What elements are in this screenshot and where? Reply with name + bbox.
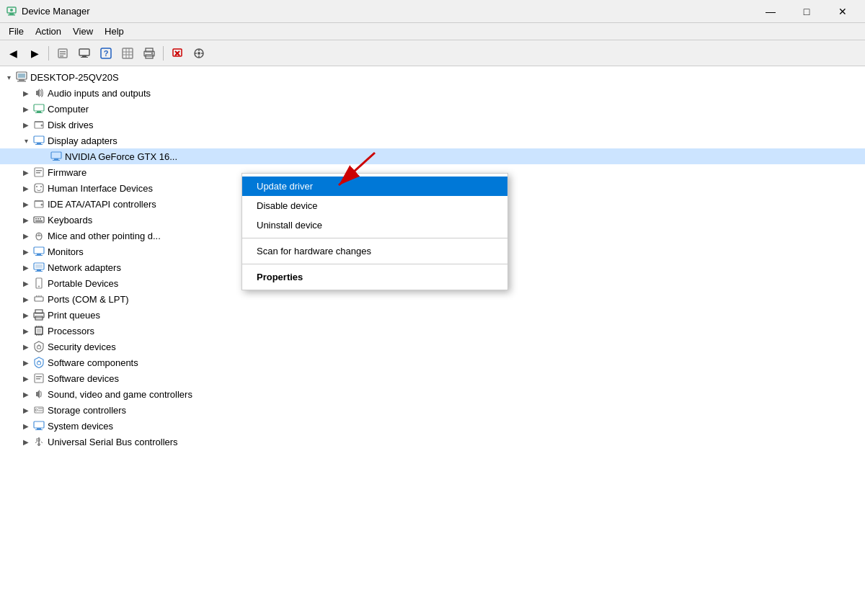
svg-rect-45 bbox=[54, 159, 58, 160]
list-item[interactable]: ▶ Processors bbox=[0, 323, 865, 339]
close-button[interactable]: ✕ bbox=[826, 0, 859, 23]
toolbar-print[interactable] bbox=[139, 43, 159, 63]
context-menu-uninstall[interactable]: Uninstall device bbox=[242, 215, 507, 235]
icon-monitor bbox=[33, 246, 45, 257]
list-item[interactable]: ▾ Display adapters bbox=[0, 133, 865, 148]
minimize-button[interactable]: — bbox=[754, 0, 787, 23]
svg-rect-57 bbox=[35, 218, 37, 220]
tree-root[interactable]: ▾ DESKTOP-25QV20S bbox=[0, 69, 865, 85]
context-menu-item-label: Properties bbox=[257, 272, 303, 282]
toolbar-display[interactable] bbox=[74, 43, 94, 63]
expand-icon[interactable]: ▶ bbox=[20, 262, 32, 273]
context-menu-item-label: Disable device bbox=[257, 200, 318, 211]
tree-item-label: Print queues bbox=[48, 310, 100, 321]
expand-icon[interactable]: ▶ bbox=[20, 341, 32, 352]
toolbar-properties[interactable] bbox=[53, 43, 73, 63]
toolbar-back[interactable]: ◀ bbox=[3, 43, 23, 63]
menu-help[interactable]: Help bbox=[99, 24, 130, 38]
tree-item-label: Portable Devices bbox=[48, 278, 118, 289]
list-item[interactable]: ▶ Ports (COM & LPT) bbox=[0, 291, 865, 307]
tree-item-label: Security devices bbox=[48, 342, 116, 352]
expand-icon[interactable]: ▶ bbox=[20, 87, 32, 99]
expand-icon[interactable]: ▶ bbox=[20, 388, 32, 400]
tree-item-label: Human Interface Devices bbox=[48, 183, 153, 194]
tree-item-label: NVIDIA GeForce GTX 16... bbox=[65, 151, 177, 162]
expand-icon[interactable]: ▶ bbox=[20, 198, 32, 210]
list-item[interactable]: ▶ Universal Serial Bus controllers bbox=[0, 434, 865, 450]
nvidia-item[interactable]: ▶ NVIDIA GeForce GTX 16... bbox=[0, 148, 865, 164]
icon-ports bbox=[33, 293, 45, 305]
svg-rect-1 bbox=[9, 13, 14, 14]
tree-item-label: Mice and other pointing d... bbox=[48, 231, 161, 241]
expand-icon[interactable]: ▶ bbox=[20, 119, 32, 130]
menu-file[interactable]: File bbox=[3, 24, 30, 38]
expand-icon[interactable]: ▾ bbox=[20, 135, 32, 146]
toolbar-help[interactable]: ? bbox=[96, 43, 116, 63]
list-item[interactable]: ▶ Software components bbox=[0, 354, 865, 370]
svg-rect-42 bbox=[37, 143, 41, 144]
expand-icon[interactable]: ▶ bbox=[20, 404, 32, 416]
list-item[interactable]: ▶ Sound, video and game controllers bbox=[0, 386, 865, 402]
list-item[interactable]: ▶ Audio inputs and outputs bbox=[0, 85, 865, 101]
toolbar-grid[interactable] bbox=[117, 43, 138, 63]
list-item[interactable]: ▶ Security devices bbox=[0, 339, 865, 354]
window-title: Device Manager bbox=[22, 6, 90, 17]
expand-icon[interactable]: ▶ bbox=[20, 436, 32, 447]
expand-icon[interactable]: ▶ bbox=[20, 420, 32, 432]
app-icon bbox=[6, 6, 17, 17]
tree-item-label: Keyboards bbox=[48, 215, 92, 226]
svg-rect-44 bbox=[51, 152, 61, 159]
svg-line-104 bbox=[41, 442, 43, 443]
expand-icon[interactable]: ▶ bbox=[20, 230, 32, 241]
expand-icon[interactable]: ▶ bbox=[20, 166, 32, 178]
context-menu-update-driver[interactable]: Update driver bbox=[242, 177, 507, 196]
svg-rect-59 bbox=[40, 218, 41, 220]
svg-point-94 bbox=[35, 409, 37, 411]
icon-nvidia bbox=[50, 151, 62, 162]
maximize-button[interactable]: □ bbox=[790, 0, 823, 23]
expand-icon[interactable]: ▶ bbox=[20, 372, 32, 384]
device-tree-panel: ▾ DESKTOP-25QV20S ▶ Audio inputs and out… bbox=[0, 66, 865, 616]
expand-icon[interactable]: ▶ bbox=[20, 246, 32, 257]
menu-action[interactable]: Action bbox=[30, 24, 67, 38]
list-item[interactable]: ▶ Software devices bbox=[0, 370, 865, 386]
list-item[interactable]: ▶ System devices bbox=[0, 418, 865, 434]
expand-icon[interactable]: ▶ bbox=[20, 357, 32, 368]
svg-rect-46 bbox=[53, 160, 60, 161]
expand-icon[interactable]: ▶ bbox=[20, 182, 32, 194]
context-menu-properties[interactable]: Properties bbox=[242, 267, 507, 287]
icon-security bbox=[33, 341, 45, 352]
context-menu-item-label: Update driver bbox=[257, 181, 313, 192]
expand-icon[interactable]: ▶ bbox=[20, 309, 32, 321]
toolbar-scan[interactable] bbox=[189, 43, 209, 63]
expand-icon[interactable]: ▶ bbox=[20, 277, 32, 289]
tree-item-label: Firmware bbox=[48, 167, 86, 178]
toolbar-forward[interactable]: ▶ bbox=[25, 43, 45, 63]
context-menu-disable[interactable]: Disable device bbox=[242, 196, 507, 215]
svg-text:?: ? bbox=[104, 49, 109, 58]
tree-item-label: Display adapters bbox=[48, 135, 117, 146]
tree-item-label: Software devices bbox=[48, 373, 119, 384]
expand-icon[interactable]: ▶ bbox=[20, 103, 32, 115]
context-menu-scan[interactable]: Scan for hardware changes bbox=[242, 241, 507, 261]
expand-icon[interactable]: ▶ bbox=[20, 325, 32, 336]
toolbar: ◀ ▶ ? bbox=[0, 40, 865, 66]
list-item[interactable]: ▶ Computer bbox=[0, 101, 865, 117]
svg-rect-48 bbox=[36, 170, 42, 171]
svg-rect-98 bbox=[37, 428, 41, 429]
svg-rect-43 bbox=[35, 144, 43, 145]
list-item[interactable]: ▶ Print queues bbox=[0, 307, 865, 323]
list-item[interactable]: ▶ Storage controllers bbox=[0, 402, 865, 418]
expand-icon[interactable]: ▶ bbox=[20, 214, 32, 226]
svg-rect-97 bbox=[34, 421, 44, 428]
toolbar-uninstall[interactable] bbox=[167, 43, 187, 63]
expand-root[interactable]: ▾ bbox=[3, 71, 14, 83]
icon-mouse bbox=[33, 230, 45, 241]
icon-portable bbox=[33, 277, 45, 289]
icon-processor bbox=[33, 325, 45, 336]
icon-firmware bbox=[33, 166, 45, 178]
list-item[interactable]: ▶ Disk drives bbox=[0, 117, 865, 133]
expand-icon[interactable]: ▶ bbox=[20, 293, 32, 305]
svg-rect-10 bbox=[81, 57, 88, 58]
menu-view[interactable]: View bbox=[67, 24, 99, 38]
